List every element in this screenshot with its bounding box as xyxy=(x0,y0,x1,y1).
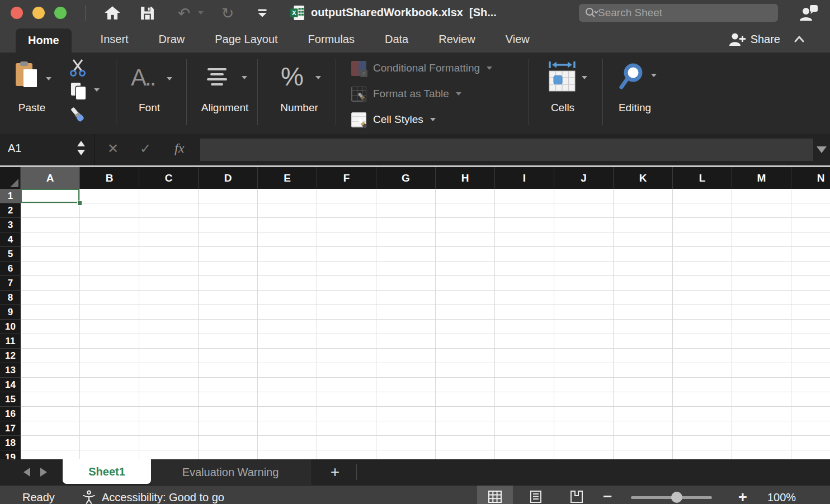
tab-home[interactable]: Home xyxy=(16,28,72,53)
cell-I11[interactable] xyxy=(495,334,554,349)
cell-K19[interactable] xyxy=(614,450,673,459)
cell-H6[interactable] xyxy=(436,261,495,276)
cell-C11[interactable] xyxy=(139,334,199,349)
column-header-G[interactable]: G xyxy=(376,167,436,189)
cell-L9[interactable] xyxy=(673,305,732,320)
cell-I5[interactable] xyxy=(495,247,554,261)
cell-E6[interactable] xyxy=(258,261,317,276)
cell-K1[interactable] xyxy=(614,189,673,203)
row-header-15[interactable]: 15 xyxy=(0,392,21,407)
cell-F8[interactable] xyxy=(317,291,376,305)
cell-A17[interactable] xyxy=(21,421,80,436)
cell-H16[interactable] xyxy=(436,407,495,421)
cell-A11[interactable] xyxy=(21,334,80,349)
cell-K13[interactable] xyxy=(614,363,673,378)
cell-J13[interactable] xyxy=(554,363,614,378)
cell-G11[interactable] xyxy=(376,334,436,349)
column-header-C[interactable]: C xyxy=(139,167,199,189)
next-sheet-button[interactable] xyxy=(40,468,47,477)
cell-L14[interactable] xyxy=(673,378,732,392)
cell-C13[interactable] xyxy=(139,363,199,378)
cell-H19[interactable] xyxy=(436,450,495,459)
expand-formula-bar-button[interactable] xyxy=(817,146,827,153)
cell-A13[interactable] xyxy=(21,363,80,378)
cell-N16[interactable] xyxy=(791,407,830,421)
cell-G5[interactable] xyxy=(376,247,436,261)
cell-L18[interactable] xyxy=(673,436,732,450)
cell-styles-caret[interactable] xyxy=(430,118,436,121)
cell-K6[interactable] xyxy=(614,261,673,276)
cell-N6[interactable] xyxy=(791,261,830,276)
cell-K2[interactable] xyxy=(614,203,673,218)
cell-E15[interactable] xyxy=(258,392,317,407)
cell-E11[interactable] xyxy=(258,334,317,349)
collapse-ribbon-button[interactable] xyxy=(793,34,805,44)
cell-F5[interactable] xyxy=(317,247,376,261)
cell-K8[interactable] xyxy=(614,291,673,305)
row-header-9[interactable]: 9 xyxy=(0,305,21,320)
cell-N1[interactable] xyxy=(791,189,830,203)
cell-I12[interactable] xyxy=(495,349,554,363)
editing-menu-button[interactable] xyxy=(617,63,645,94)
tab-formulas[interactable]: Formulas xyxy=(307,26,356,53)
cell-E13[interactable] xyxy=(258,363,317,378)
cell-F12[interactable] xyxy=(317,349,376,363)
cell-A15[interactable] xyxy=(21,392,80,407)
cell-K4[interactable] xyxy=(614,232,673,247)
cell-C9[interactable] xyxy=(139,305,199,320)
cell-E1[interactable] xyxy=(258,189,317,203)
cell-J18[interactable] xyxy=(554,436,614,450)
cell-B1[interactable] xyxy=(80,189,139,203)
cell-M17[interactable] xyxy=(732,421,791,436)
cell-D2[interactable] xyxy=(199,203,258,218)
cell-N19[interactable] xyxy=(791,450,830,459)
cell-A4[interactable] xyxy=(21,232,80,247)
cell-D18[interactable] xyxy=(199,436,258,450)
cell-D8[interactable] xyxy=(199,291,258,305)
minimize-window-button[interactable] xyxy=(32,7,45,19)
cell-I6[interactable] xyxy=(495,261,554,276)
page-layout-view-button[interactable] xyxy=(517,486,554,504)
cell-N18[interactable] xyxy=(791,436,830,450)
cell-K15[interactable] xyxy=(614,392,673,407)
cell-E7[interactable] xyxy=(258,276,317,291)
cell-L8[interactable] xyxy=(673,291,732,305)
font-menu-button[interactable]: A.. xyxy=(131,66,154,89)
cell-F15[interactable] xyxy=(317,392,376,407)
cell-N5[interactable] xyxy=(791,247,830,261)
cell-F9[interactable] xyxy=(317,305,376,320)
cell-H14[interactable] xyxy=(436,378,495,392)
cell-M8[interactable] xyxy=(732,291,791,305)
column-header-E[interactable]: E xyxy=(258,167,317,189)
cell-C8[interactable] xyxy=(139,291,199,305)
zoom-level[interactable]: 100% xyxy=(767,491,796,504)
conditional-formatting-button[interactable]: ≠ Conditional Formatting xyxy=(351,57,492,79)
cell-H15[interactable] xyxy=(436,392,495,407)
cell-N8[interactable] xyxy=(791,291,830,305)
cell-J11[interactable] xyxy=(554,334,614,349)
cell-D1[interactable] xyxy=(199,189,258,203)
undo-button[interactable]: ↶ xyxy=(175,0,194,26)
cancel-button[interactable]: ✕ xyxy=(107,141,119,156)
cell-A12[interactable] xyxy=(21,349,80,363)
select-all-button[interactable] xyxy=(0,167,21,189)
cell-E4[interactable] xyxy=(258,232,317,247)
cell-K12[interactable] xyxy=(614,349,673,363)
cell-I16[interactable] xyxy=(495,407,554,421)
cell-B7[interactable] xyxy=(80,276,139,291)
cell-F2[interactable] xyxy=(317,203,376,218)
row-header-11[interactable]: 11 xyxy=(0,334,21,349)
column-header-H[interactable]: H xyxy=(436,167,495,189)
cell-D15[interactable] xyxy=(199,392,258,407)
cell-F3[interactable] xyxy=(317,218,376,232)
column-header-N[interactable]: N xyxy=(791,167,830,189)
cell-B10[interactable] xyxy=(80,320,139,334)
cell-J7[interactable] xyxy=(554,276,614,291)
cell-M5[interactable] xyxy=(732,247,791,261)
cell-J12[interactable] xyxy=(554,349,614,363)
tab-insert[interactable]: Insert xyxy=(100,26,130,53)
cell-G2[interactable] xyxy=(376,203,436,218)
cell-B16[interactable] xyxy=(80,407,139,421)
row-header-2[interactable]: 2 xyxy=(0,203,21,218)
cell-F11[interactable] xyxy=(317,334,376,349)
